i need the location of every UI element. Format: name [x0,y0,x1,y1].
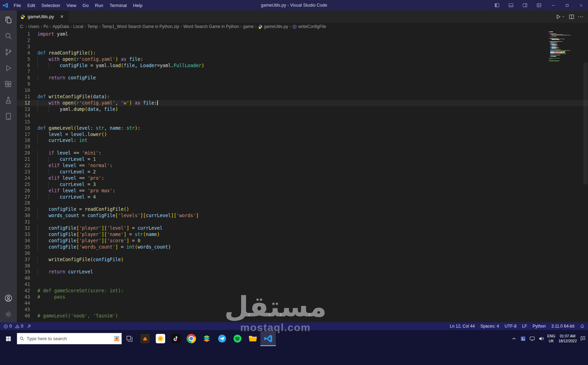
taskbar-app-yellow-app-icon[interactable] [153,331,168,346]
menu-selection[interactable]: Selection [38,0,63,10]
menu-view[interactable]: View [63,0,79,10]
line-number[interactable]: 28 [17,200,30,206]
breadcrumb-item[interactable]: game [243,24,254,29]
tab-close-icon[interactable]: ✕ [60,14,64,19]
code-line[interactable]: 7 [17,69,588,75]
line-number[interactable]: 13 [17,106,30,113]
action-center-icon[interactable] [580,336,586,342]
display-icon[interactable] [529,336,535,342]
taskbar-search[interactable] [17,333,122,344]
breadcrumb-item[interactable]: C: [20,24,24,29]
line-number[interactable]: 24 [17,175,30,181]
clock[interactable]: 01:07 AM 18/12/2022 [558,334,577,343]
line-number[interactable]: 25 [17,181,30,188]
code-line[interactable]: 16def gameLevel(level: str, name: str): [17,125,588,131]
toggle-primary-sidebar-icon[interactable] [490,0,504,10]
maximize-button[interactable] [560,0,574,10]
line-number[interactable]: 26 [17,188,30,194]
menu-help[interactable]: Help [130,0,146,10]
breadcrumb-item[interactable]: Temp [88,24,98,29]
problems-indicator[interactable]: 0 0 [4,324,23,329]
line-number[interactable]: 1 [17,31,30,37]
code-line[interactable]: 23 currLevel = 2 [17,169,588,175]
status-indentation[interactable]: Spaces: 4 [480,324,499,329]
status-language-mode[interactable]: Python [533,324,546,329]
code-line[interactable]: 27 currLevel = 4 [17,194,588,200]
line-number[interactable]: 41 [17,281,30,288]
bell-icon[interactable] [580,324,584,329]
minimize-button[interactable] [546,0,560,10]
close-button[interactable] [574,0,588,10]
customize-layout-icon[interactable] [532,0,546,10]
code-line[interactable]: 29 configFile = readConfigFile() [17,206,588,213]
taskbar-app-bluestacks-icon[interactable] [199,331,214,346]
activity-manage-icon[interactable] [0,306,17,322]
activity-accounts-icon[interactable] [0,290,17,306]
code-line[interactable]: 11def writeConfigFile(data): [17,94,588,100]
line-number[interactable]: 30 [17,213,30,219]
code-line[interactable]: 34 configFile['player']['score'] = 0 [17,238,588,244]
code-line[interactable]: 2 [17,37,588,44]
taskbar-app-file-explorer-icon[interactable] [245,331,260,346]
line-number[interactable]: 44 [17,300,30,307]
taskbar-app-spotify-icon[interactable] [230,331,245,346]
line-number[interactable]: 8 [17,75,30,81]
code-line[interactable]: 37 writeConfigFile(configFile) [17,257,588,263]
menu-go[interactable]: Go [79,0,92,10]
activity-source-control-icon[interactable] [0,44,17,60]
more-actions-icon[interactable]: ⋯ [578,13,584,20]
line-number[interactable]: 45 [17,307,30,313]
line-number[interactable]: 33 [17,231,30,238]
code-line[interactable]: 19 [17,144,588,150]
code-line[interactable]: 22 elif level == 'normal': [17,163,588,169]
code-line[interactable]: 44 [17,300,588,307]
scrollbar-thumb[interactable] [583,63,588,184]
search-input[interactable] [27,336,112,341]
code-line[interactable]: 25 currLevel = 3 [17,181,588,188]
code-line[interactable]: 1import yaml [17,31,588,37]
code-line[interactable]: 5 with open(r'config.yaml') as file: [17,56,588,63]
line-number[interactable]: 40 [17,275,30,281]
activity-explorer-icon[interactable] [0,12,17,28]
status-cursor-position[interactable]: Ln 12, Col 44 [450,324,475,329]
line-number[interactable]: 18 [17,137,30,144]
minimap[interactable] [549,31,583,61]
line-number[interactable]: 38 [17,263,30,269]
code-line[interactable]: 17 level = level.lower() [17,131,588,138]
line-number[interactable]: 43 [17,294,30,300]
code-line[interactable]: 21 currLevel = 1 [17,156,588,163]
code-line[interactable]: 4def readConfigFile(): [17,50,588,56]
taskbar-app-game-app-icon[interactable] [137,331,153,346]
code-line[interactable]: 30 words_count = configFile['levels'][cu… [17,213,588,219]
code-line[interactable]: 39 return currLevel [17,269,588,275]
line-number[interactable]: 2 [17,37,30,44]
line-number[interactable]: 3 [17,44,30,50]
line-number[interactable]: 34 [17,238,30,244]
line-number[interactable]: 39 [17,269,30,275]
code-line[interactable]: 41 [17,281,588,288]
line-number[interactable]: 9 [17,81,30,87]
code-line[interactable]: 38 [17,263,588,269]
line-number[interactable]: 36 [17,250,30,257]
code-editor[interactable]: 1import yaml234def readConfigFile():5 wi… [17,30,588,322]
activity-testing-icon[interactable] [0,92,17,108]
taskbar-app-blue-app-icon[interactable] [214,331,230,346]
code-line[interactable]: 6 configFile = yaml.load(file, Loader=ya… [17,63,588,69]
breadcrumb-item[interactable]: AppData [52,24,69,29]
code-line[interactable]: 42# def gameScoreSet(score: int): [17,288,588,294]
line-number[interactable]: 29 [17,206,30,213]
line-number[interactable]: 19 [17,144,30,150]
line-number[interactable]: 17 [17,131,30,138]
breadcrumb-item[interactable]: Users [28,24,39,29]
code-line[interactable]: 3 [17,44,588,50]
activity-remote-explorer-icon[interactable] [0,108,17,124]
start-button[interactable] [0,331,17,346]
line-number[interactable]: 21 [17,156,30,163]
line-number[interactable]: 16 [17,125,30,131]
menu-edit[interactable]: Edit [24,0,38,10]
line-number[interactable]: 42 [17,288,30,294]
status-encoding[interactable]: UTF-8 [505,324,517,329]
code-line[interactable]: 36 [17,250,588,257]
volume-icon[interactable] [538,336,544,342]
menu-terminal[interactable]: Terminal [106,0,130,10]
